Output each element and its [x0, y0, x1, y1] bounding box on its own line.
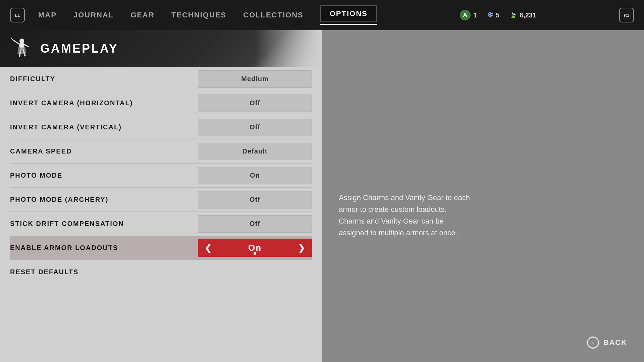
setting-label-invert-h: INVERT CAMERA (HORIZONTAL) [10, 99, 133, 107]
back-label: BACK [603, 338, 627, 347]
nav-item-options-wrapper[interactable]: OPTIONS [320, 5, 377, 25]
hud-leaf: 🍃 6,231 [509, 11, 536, 19]
nav-item-collections[interactable]: COLLECTIONS [243, 11, 304, 19]
snowflake-count: 5 [496, 11, 499, 19]
nav-active-underline [320, 24, 377, 25]
hud-snowflake: ❄ 5 [487, 11, 499, 19]
gameplay-icon [10, 37, 34, 60]
setting-value-text-photo-archery: Off [250, 196, 260, 203]
setting-value-text-stick-drift: Off [250, 220, 260, 228]
r1-button[interactable]: R1 [619, 8, 634, 22]
setting-value-photo-mode[interactable]: On [198, 167, 312, 184]
setting-value-text-camera-speed: Default [243, 147, 268, 155]
setting-value-text-armor-loadouts: On [212, 243, 298, 253]
nav-item-techniques[interactable]: TECHNIQUES [171, 11, 226, 19]
setting-value-camera-speed[interactable]: Default [198, 143, 312, 160]
setting-value-invert-v[interactable]: Off [198, 119, 312, 136]
setting-row-stick-drift[interactable]: STICK DRIFT COMPENSATION Off [10, 212, 312, 236]
setting-row-camera-speed[interactable]: CAMERA SPEED Default [10, 139, 312, 164]
back-circle-symbol: ○ [591, 340, 595, 345]
setting-label-stick-drift: STICK DRIFT COMPENSATION [10, 220, 124, 227]
setting-value-difficulty[interactable]: Medium [198, 70, 312, 88]
setting-value-text-photo-mode: On [250, 172, 260, 179]
description-text: Assign Charms and Vanity Gear to each ar… [339, 192, 473, 239]
setting-row-invert-v[interactable]: INVERT CAMERA (VERTICAL) Off [10, 115, 312, 139]
setting-value-text-invert-v: Off [250, 123, 260, 131]
setting-label-invert-v: INVERT CAMERA (VERTICAL) [10, 123, 122, 131]
svg-line-4 [24, 44, 29, 47]
setting-label-armor-loadouts: ENABLE ARMOR LOADOUTS [10, 244, 118, 251]
value-dot-indicator [254, 252, 256, 255]
setting-value-invert-h[interactable]: Off [198, 95, 312, 112]
svg-line-3 [11, 38, 13, 40]
right-panel: Assign Charms and Vanity Gear to each ar… [322, 30, 644, 362]
setting-row-difficulty[interactable]: DIFFICULTY Medium [10, 67, 312, 91]
back-circle-icon: ○ [587, 337, 599, 349]
setting-value-stick-drift[interactable]: Off [198, 215, 312, 233]
setting-value-photo-archery[interactable]: Off [198, 191, 312, 208]
setting-row-invert-h[interactable]: INVERT CAMERA (HORIZONTAL) Off [10, 91, 312, 115]
player-icon: A [460, 10, 471, 20]
leaf-icon: 🍃 [509, 11, 517, 19]
nav-items: MAP JOURNAL GEAR TECHNIQUES COLLECTIONS … [38, 5, 377, 25]
setting-label-photo-archery: PHOTO MODE (ARCHERY) [10, 196, 108, 203]
settings-list: DIFFICULTY Medium INVERT CAMERA (HORIZON… [0, 67, 322, 362]
nav-item-journal[interactable]: JOURNAL [73, 11, 114, 19]
l1-button[interactable]: L1 [10, 8, 25, 22]
main-content: GAMEPLAY DIFFICULTY Medium INVERT CAMERA… [0, 30, 644, 362]
setting-value-armor-loadouts[interactable]: ❮ On ❯ [198, 239, 312, 257]
left-panel: GAMEPLAY DIFFICULTY Medium INVERT CAMERA… [0, 30, 322, 362]
player-count: 1 [473, 11, 477, 19]
svg-point-1 [19, 39, 24, 43]
setting-value-text-difficulty: Medium [241, 75, 269, 83]
nav-item-gear[interactable]: GEAR [130, 11, 155, 19]
setting-label-photo-mode: PHOTO MODE [10, 172, 62, 179]
nav-item-options[interactable]: OPTIONS [320, 5, 377, 22]
snowflake-icon: ❄ [487, 11, 493, 19]
gameplay-title: GAMEPLAY [40, 42, 118, 56]
nav-right-hud: A 1 ❄ 5 🍃 6,231 [460, 10, 536, 20]
nav-item-map[interactable]: MAP [38, 11, 57, 19]
back-button[interactable]: ○ BACK [587, 337, 627, 349]
gameplay-header: GAMEPLAY [0, 30, 322, 67]
setting-label-reset-defaults: RESET DEFAULTS [10, 268, 78, 276]
svg-line-2 [13, 40, 19, 44]
arrow-left-button[interactable]: ❮ [205, 243, 212, 253]
top-navigation: L1 MAP JOURNAL GEAR TECHNIQUES COLLECTIO… [0, 0, 644, 30]
nav-item-options-label: OPTIONS [330, 9, 368, 18]
setting-row-armor-loadouts[interactable]: ENABLE ARMOR LOADOUTS ❮ On ❯ [10, 236, 312, 260]
setting-row-photo-archery[interactable]: PHOTO MODE (ARCHERY) Off [10, 188, 312, 212]
setting-row-photo-mode[interactable]: PHOTO MODE On [10, 164, 312, 188]
hud-player: A 1 [460, 10, 477, 20]
nav-left-section: L1 MAP JOURNAL GEAR TECHNIQUES COLLECTIO… [10, 5, 377, 25]
svg-marker-7 [17, 47, 26, 54]
setting-row-reset-defaults[interactable]: RESET DEFAULTS [10, 260, 312, 284]
arrow-right-button[interactable]: ❯ [298, 243, 305, 253]
setting-value-text-invert-h: Off [250, 99, 260, 107]
setting-label-camera-speed: CAMERA SPEED [10, 147, 72, 155]
setting-label-difficulty: DIFFICULTY [10, 75, 55, 82]
leaf-count: 6,231 [520, 11, 536, 19]
